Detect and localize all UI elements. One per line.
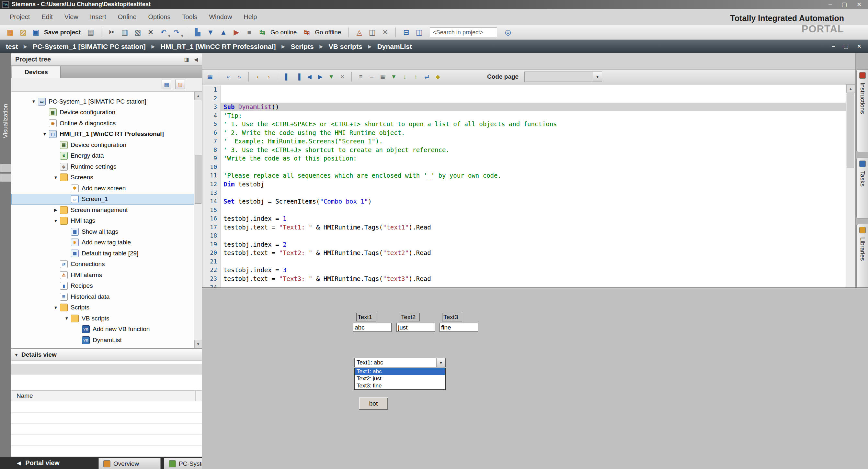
expander-icon[interactable]: ▼: [63, 316, 71, 321]
scrollbar-thumb[interactable]: [195, 155, 202, 204]
code-line-23[interactable]: 23testobj.text = "Text3: " & HMIRuntime.…: [203, 274, 846, 283]
scroll-up-icon[interactable]: ▲: [194, 92, 202, 100]
grid-icon[interactable]: ▦: [378, 72, 388, 81]
search-in-project-input[interactable]: <Search in project>: [430, 28, 497, 37]
tree-item-recipes[interactable]: ▮Recipes: [11, 280, 194, 292]
start-search-icon[interactable]: ◎: [502, 27, 513, 38]
expander-icon[interactable]: ▼: [52, 175, 60, 180]
code-line-7[interactable]: 7' Example: HmiRuntime.Screens("Screen_1…: [203, 137, 846, 146]
comment-icon[interactable]: ≡: [356, 72, 366, 81]
delete-icon[interactable]: ✕: [145, 27, 156, 38]
code-line-4[interactable]: 4'Tip:: [203, 111, 846, 120]
dropdown-arrow-icon[interactable]: ▼: [436, 358, 445, 367]
editor-minimize-button[interactable]: –: [832, 43, 835, 50]
view-options-icon[interactable]: ▨: [175, 79, 185, 89]
tree-item-device-configuration[interactable]: ▦Device configuration: [11, 107, 194, 118]
tree-item-hmi-tags[interactable]: ▼HMI tags: [11, 215, 194, 227]
print-icon[interactable]: ▤: [85, 27, 96, 38]
tree-item-screen-management[interactable]: ▶Screen management: [11, 205, 194, 215]
table-view-icon[interactable]: ▦: [162, 79, 171, 89]
breadcrumb-item-dynamlist[interactable]: DynamList: [377, 43, 412, 51]
previous-bookmark-icon[interactable]: ◀: [305, 72, 314, 81]
runtime-combo-box[interactable]: Text1: abc ▼: [354, 358, 446, 367]
open-project-icon[interactable]: ▨: [18, 27, 29, 38]
import-icon[interactable]: ↑: [411, 72, 421, 81]
goto-end-icon[interactable]: ▐: [293, 72, 303, 81]
breadcrumb-item-hmi-rt-1-wincc-rt-professional[interactable]: HMI_RT_1 [WinCC RT Professional]: [161, 43, 276, 51]
stop-runtime-icon[interactable]: ■: [244, 27, 255, 38]
menu-options[interactable]: Options: [148, 13, 171, 21]
download-to-device-icon[interactable]: ▼: [205, 27, 216, 38]
dropdown-caret-icon[interactable]: ▾: [168, 34, 170, 38]
go-offline-icon[interactable]: ↹: [301, 27, 312, 38]
code-page-select[interactable]: ▼: [524, 71, 602, 82]
decrease-indent-icon[interactable]: ‹: [253, 72, 263, 81]
increase-indent-icon[interactable]: ›: [264, 72, 274, 81]
breadcrumb-item-scripts[interactable]: Scripts: [291, 43, 314, 51]
left-strip-notch[interactable]: [0, 173, 11, 182]
code-line-1[interactable]: 1: [203, 86, 846, 94]
clear-bookmarks-icon[interactable]: ✕: [338, 72, 347, 81]
dropdown-item-text3-fine[interactable]: Text3: fine: [355, 382, 445, 390]
export-icon[interactable]: ↓: [400, 72, 410, 81]
save-project-label[interactable]: Save project: [44, 29, 81, 36]
dropdown-item-text1-abc[interactable]: Text1: abc: [355, 368, 445, 375]
tree-item-historical-data[interactable]: ≣Historical data: [11, 291, 194, 302]
next-bookmark-icon[interactable]: ▶: [315, 72, 325, 81]
code-line-3[interactable]: 3Sub DynamList(): [203, 103, 846, 111]
tree-item-show-all-tags[interactable]: ▦Show all tags: [11, 226, 194, 237]
menu-window[interactable]: Window: [209, 13, 232, 21]
runtime-input-3[interactable]: fine: [439, 323, 478, 332]
tree-item-vb-scripts[interactable]: ▼VB scripts: [11, 313, 194, 324]
cross-references-icon[interactable]: ✕: [380, 27, 391, 38]
tree-item-add-new-vb-function[interactable]: VBAdd new VB function: [11, 324, 194, 335]
redo-icon[interactable]: ↷▾: [171, 27, 182, 38]
dropdown-caret-icon[interactable]: ▾: [181, 34, 183, 38]
tree-item-dynamlist[interactable]: VBDynamList: [11, 335, 194, 346]
tree-item-energy-data[interactable]: ↯Energy data: [11, 150, 194, 162]
code-line-10[interactable]: 10: [203, 163, 846, 172]
code-line-11[interactable]: 11'Please replace all sequences which ar…: [203, 171, 846, 180]
start-runtime-icon[interactable]: ▶: [231, 27, 242, 38]
copy-icon[interactable]: ▥: [119, 27, 130, 38]
portal-view-button[interactable]: Portal view: [25, 459, 60, 467]
menu-insert[interactable]: Insert: [90, 13, 106, 21]
tree-item-device-configuration[interactable]: ▦Device configuration: [11, 139, 194, 150]
minimize-button[interactable]: –: [829, 1, 832, 8]
tree-item-default-tag-table-29[interactable]: ▦Default tag table [29]: [11, 248, 194, 259]
code-line-14[interactable]: 14Set testobj = ScreenItems("Combo box_1…: [203, 197, 846, 206]
project-tree-scrollbar[interactable]: ▲ ▼: [194, 92, 202, 348]
tab-instructions[interactable]: Instructions: [856, 69, 868, 152]
code-line-6[interactable]: 6' 2. Write the code using the HMI Runti…: [203, 129, 846, 137]
code-line-8[interactable]: 8' 3. Use the <CTRL+J> shortcut to creat…: [203, 146, 846, 155]
editor-close-button[interactable]: ✕: [857, 43, 862, 50]
runtime-input-1[interactable]: abc: [353, 323, 392, 332]
expander-icon[interactable]: ▶: [52, 207, 60, 212]
save-project-icon[interactable]: ▣: [30, 27, 41, 38]
restore-window-icon[interactable]: ◫: [367, 27, 378, 38]
uncomment-icon[interactable]: –: [367, 72, 377, 81]
bot-button[interactable]: bot: [359, 398, 388, 410]
breadcrumb-item-pc-system-1-simatic-pc-station[interactable]: PC-System_1 [SIMATIC PC station]: [33, 43, 146, 51]
breadcrumb-item-test[interactable]: test: [6, 43, 18, 51]
menu-help[interactable]: Help: [244, 13, 257, 21]
scroll-down-icon[interactable]: ▼: [194, 340, 202, 348]
tree-item-add-new-tag-table[interactable]: ✱Add new tag table: [11, 237, 194, 248]
tree-item-pc-system-1-simatic-pc-station[interactable]: ▼▭PC-System_1 [SIMATIC PC station]: [11, 96, 194, 107]
code-line-16[interactable]: 16testobj.index = 1: [203, 214, 846, 223]
tree-item-screens[interactable]: ▼Screens: [11, 172, 194, 183]
paste-icon[interactable]: ▧: [132, 27, 143, 38]
code-line-22[interactable]: 22testobj.index = 3: [203, 266, 846, 274]
menu-edit[interactable]: Edit: [41, 13, 53, 21]
close-button[interactable]: ✕: [857, 1, 862, 8]
code-line-12[interactable]: 12Dim testobj: [203, 180, 846, 189]
taskbar-tab-overview[interactable]: Overview: [98, 458, 161, 469]
code-line-19[interactable]: 19testobj.index = 2: [203, 240, 846, 249]
dropdown-arrow-icon[interactable]: ▼: [593, 72, 602, 81]
tab-tasks[interactable]: Tasks: [856, 158, 868, 219]
editor-maximize-button[interactable]: ▢: [843, 43, 848, 50]
runtime-input-2[interactable]: just: [397, 323, 435, 332]
go-online-icon[interactable]: ↹: [257, 27, 268, 38]
tab-libraries[interactable]: Libraries: [856, 224, 868, 298]
tab-devices[interactable]: Devices: [12, 66, 61, 78]
